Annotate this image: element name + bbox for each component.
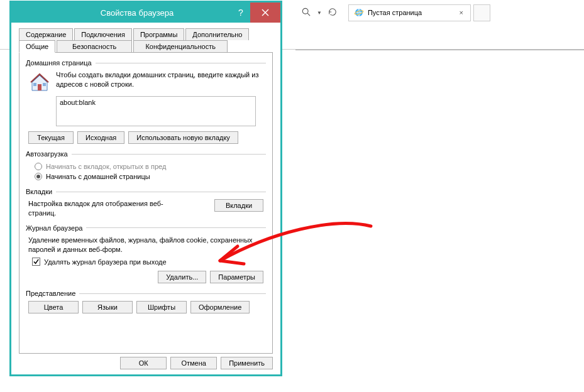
- help-button[interactable]: ?: [231, 8, 250, 18]
- appearance-group: Представление Цвета Языки Шрифты Оформле…: [26, 290, 266, 313]
- cancel-button[interactable]: Отмена: [170, 357, 217, 369]
- use-current-button[interactable]: Текущая: [28, 131, 74, 144]
- use-newtab-button[interactable]: Использовать новую вкладку: [128, 131, 238, 144]
- address-bar-controls: ▼: [295, 4, 343, 21]
- homepage-group: Домашняя страница Чтобы создать вкладки …: [26, 59, 266, 144]
- tabs-desc: Настройка вкладок для отображения веб-ст…: [28, 199, 173, 218]
- general-panel: Домашняя страница Чтобы создать вкладки …: [19, 52, 273, 354]
- settings-button[interactable]: Параметры: [210, 271, 263, 283]
- delete-button[interactable]: Удалить...: [158, 271, 206, 283]
- homepage-label: Домашняя страница: [26, 59, 92, 67]
- tab-content[interactable]: Содержание: [19, 28, 73, 40]
- tab-connections[interactable]: Подключения: [74, 28, 132, 40]
- radio-checked-icon: [35, 173, 42, 180]
- colors-button[interactable]: Цвета: [28, 301, 79, 313]
- use-default-button[interactable]: Исходная: [77, 131, 124, 144]
- browser-tab[interactable]: Пустая страница ×: [348, 4, 471, 21]
- dialog-footer: ОК Отмена Применить: [120, 357, 273, 369]
- history-label: Журнал браузера: [26, 224, 82, 232]
- startup-opt-tabs[interactable]: Начинать с вкладок, открытых в пред: [28, 161, 263, 172]
- svg-line-1: [307, 13, 310, 16]
- tab-row-1: Содержание Подключения Программы Дополни…: [15, 28, 277, 40]
- tabs-label: Вкладки: [26, 188, 52, 195]
- history-desc: Удаление временных файлов, журнала, файл…: [28, 236, 263, 254]
- home-icon: [28, 70, 51, 93]
- homepage-desc: Чтобы создать вкладки домашних страниц, …: [56, 70, 263, 93]
- svg-rect-8: [43, 83, 46, 86]
- history-group: Журнал браузера Удаление временных файло…: [26, 224, 266, 284]
- accessibility-button[interactable]: Оформление: [190, 301, 250, 313]
- apply-button[interactable]: Применить: [221, 357, 273, 369]
- appearance-label: Представление: [26, 290, 75, 297]
- dropdown-icon[interactable]: ▼: [317, 10, 322, 16]
- fonts-button[interactable]: Шрифты: [136, 301, 187, 313]
- dialog-title: Свойства браузера: [11, 8, 231, 18]
- radio-icon: [35, 163, 42, 170]
- checkbox-checked-icon: [32, 258, 40, 266]
- svg-rect-6: [38, 84, 41, 90]
- search-icon[interactable]: [299, 8, 313, 18]
- refresh-icon[interactable]: [326, 8, 339, 18]
- tab-general[interactable]: Общие: [19, 40, 55, 53]
- tab-privacy[interactable]: Конфиденциальность: [133, 40, 228, 53]
- new-tab-button[interactable]: [473, 4, 490, 21]
- svg-rect-7: [33, 83, 36, 86]
- startup-label: Автозагрузка: [26, 150, 68, 158]
- tab-security[interactable]: Безопасность: [57, 40, 132, 53]
- tab-title: Пустая страница: [368, 9, 422, 16]
- homepage-input[interactable]: [56, 96, 256, 126]
- internet-options-dialog: Свойства браузера ? Содержание Подключен…: [11, 2, 281, 375]
- tab-advanced[interactable]: Дополнительно: [185, 28, 249, 40]
- titlebar: Свойства браузера ?: [11, 3, 280, 23]
- startup-opt-home[interactable]: Начинать с домашней страницы: [28, 172, 263, 182]
- delete-on-exit-checkbox[interactable]: Удалять журнал браузера при выходе: [28, 254, 263, 266]
- tabs-button[interactable]: Вкладки: [214, 199, 263, 212]
- tabs-group: Вкладки Настройка вкладок для отображени…: [26, 188, 266, 218]
- languages-button[interactable]: Языки: [82, 301, 133, 313]
- divider: [295, 50, 584, 50]
- tab-close-icon[interactable]: ×: [457, 9, 465, 16]
- svg-point-0: [302, 8, 308, 14]
- ie-icon: [354, 8, 364, 18]
- close-button[interactable]: [250, 3, 280, 23]
- tab-programs[interactable]: Программы: [133, 28, 184, 40]
- ok-button[interactable]: ОК: [120, 357, 167, 369]
- tab-row-2: Общие Безопасность Конфиденциальность: [15, 40, 277, 52]
- startup-group: Автозагрузка Начинать с вкладок, открыты…: [26, 150, 266, 182]
